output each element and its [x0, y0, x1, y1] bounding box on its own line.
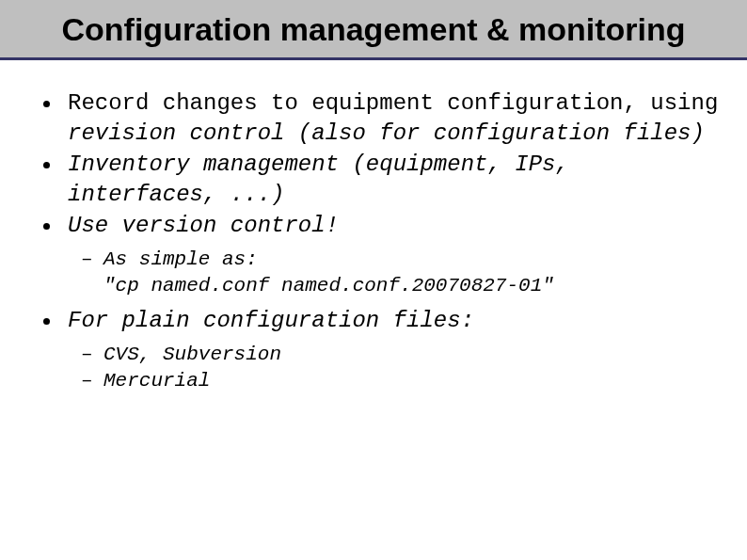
- sub-bullet-text: CVS, Subversion: [103, 344, 281, 365]
- main-bullet-list: For plain configuration files:: [28, 306, 719, 336]
- sub-bullet-item: As simple as: "cp named.conf named.conf.…: [28, 247, 719, 300]
- bullet-text: For plain configuration files:: [68, 308, 474, 333]
- bullet-text: Record changes to equipment configuratio…: [68, 90, 718, 116]
- bullet-item: Use version control!: [28, 211, 719, 241]
- bullet-item: Record changes to equipment configuratio…: [28, 88, 719, 150]
- slide-content: Record changes to equipment configuratio…: [0, 60, 747, 420]
- slide: Configuration management & monitoring Re…: [0, 0, 747, 560]
- bullet-item: For plain configuration files:: [28, 306, 719, 336]
- sub-bullet-text: "cp named.conf named.conf.20070827-01": [103, 275, 554, 296]
- bullet-item: Inventory management (equipment, IPs, in…: [28, 150, 719, 211]
- sub-bullet-list: CVS, Subversion Mercurial: [28, 342, 719, 395]
- bullet-text: Inventory management (equipment, IPs, in…: [68, 152, 569, 207]
- bullet-text-emph: revision control (also for configuration…: [68, 120, 705, 146]
- sub-bullet-text: Mercurial: [103, 370, 210, 392]
- title-bar: Configuration management & monitoring: [0, 0, 747, 60]
- bullet-text: Use version control!: [68, 213, 339, 238]
- slide-title: Configuration management & monitoring: [19, 11, 728, 48]
- sub-bullet-list: As simple as: "cp named.conf named.conf.…: [28, 247, 719, 300]
- sub-bullet-item: Mercurial: [28, 368, 719, 394]
- sub-bullet-text: As simple as:: [103, 248, 258, 270]
- sub-bullet-item: CVS, Subversion: [28, 342, 719, 368]
- main-bullet-list: Record changes to equipment configuratio…: [28, 88, 719, 241]
